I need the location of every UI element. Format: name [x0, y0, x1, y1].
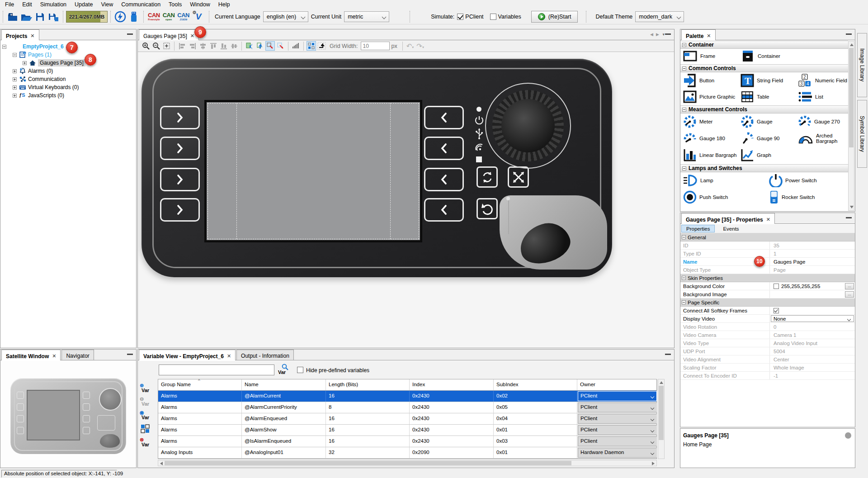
save-as-button[interactable]	[47, 11, 59, 23]
tab-scroll-left-icon[interactable]: ◀	[650, 32, 653, 37]
column-header-index[interactable]: Index	[410, 379, 494, 390]
resize-larger-button[interactable]	[276, 41, 285, 51]
redo-icon[interactable]: ↷▾	[416, 42, 424, 50]
align-middle-button[interactable]	[229, 41, 239, 51]
tab-gauges-page[interactable]: Gauges Page [35] ✕	[139, 29, 199, 40]
align-left-button[interactable]	[177, 41, 187, 51]
align-right-button[interactable]	[188, 41, 197, 51]
property-row-name[interactable]: NameGauges Page	[680, 258, 855, 266]
delete-variable-button[interactable]: ⊗Var	[140, 437, 155, 450]
remove-variable-button[interactable]: ⊖Var	[140, 396, 155, 410]
minimize-panel-button[interactable]	[127, 354, 133, 355]
property-row-background-image[interactable]: Background Image...	[680, 290, 855, 298]
palette-item-rocker-switch[interactable]: Rocker Switch	[769, 190, 848, 204]
language-select[interactable]: english (en)	[263, 11, 308, 22]
minimize-panel-button[interactable]	[665, 33, 671, 35]
variables-checkbox[interactable]	[490, 14, 496, 20]
palette-item-linear-bargraph[interactable]: Linear Bargraph	[683, 148, 741, 162]
tab-palette[interactable]: Palette ✕	[681, 29, 716, 40]
pclient-checkbox[interactable]	[457, 14, 463, 20]
add-variable-button[interactable]: ⊕Var	[140, 383, 155, 396]
expand-icon[interactable]	[13, 94, 17, 98]
minimize-panel-button[interactable]	[846, 33, 852, 35]
ellipsis-button[interactable]: ...	[845, 283, 854, 289]
menu-simulation[interactable]: Simulation	[36, 0, 71, 9]
variable-row-selected[interactable]: Alarms@AlarmCurrent160x24300x02 PClient	[158, 391, 656, 402]
palette-item-list[interactable]: List	[798, 90, 848, 103]
property-row-display-video[interactable]: Display VideoNone	[680, 315, 855, 323]
tab-projects[interactable]: Projects ✕	[1, 29, 39, 40]
grid-width-input[interactable]	[361, 42, 390, 50]
menu-help[interactable]: Help	[214, 0, 234, 9]
snap-to-grid-button[interactable]	[307, 41, 316, 51]
palette-section-lamps-switches[interactable]: Lamps and Switches	[680, 164, 848, 172]
align-top-button[interactable]	[208, 41, 218, 51]
expand-icon[interactable]	[13, 85, 17, 90]
scroll-up-icon[interactable]	[850, 43, 854, 46]
close-icon[interactable]: ✕	[190, 33, 194, 39]
collapse-icon[interactable]	[682, 235, 686, 239]
zoom-out-button[interactable]	[151, 41, 161, 51]
scroll-down-icon[interactable]	[850, 206, 854, 208]
minimize-panel-button[interactable]	[846, 217, 852, 218]
column-header-group-name[interactable]: Group Name^	[158, 379, 242, 390]
palette-section-common-controls[interactable]: Common Controls	[680, 64, 848, 72]
owner-select[interactable]: PClient	[578, 436, 657, 446]
owner-select[interactable]: PClient	[578, 425, 657, 435]
palette-item-frame[interactable]: Frame	[683, 50, 741, 62]
resize-smaller-button[interactable]	[265, 41, 275, 51]
tab-list-icon[interactable]: ▾	[662, 32, 665, 37]
menu-communication[interactable]: Communication	[117, 0, 165, 9]
palette-item-picture-graphic[interactable]: Picture Graphic	[683, 90, 741, 103]
tree-item-alarms[interactable]: ? Alarms (0)	[0, 67, 136, 75]
menu-file[interactable]: File	[1, 0, 18, 9]
design-canvas[interactable]	[138, 52, 674, 348]
variable-row[interactable]: Alarms@AlarmEnqueued160x24300x04 PClient	[158, 413, 656, 425]
tree-item-gauges-page[interactable]: Gauges Page [35]	[0, 59, 136, 67]
property-section-skin[interactable]: Skin Properties	[680, 274, 855, 282]
restart-button[interactable]: (Re)Start	[531, 11, 578, 23]
undo-icon[interactable]: ↶▾	[406, 42, 414, 50]
tab-navigator[interactable]: Navigator	[61, 350, 94, 360]
palette-item-gauge-270[interactable]: Gauge 270	[798, 115, 848, 128]
ellipsis-button[interactable]: ...	[845, 291, 854, 298]
palette-item-gauge[interactable]: Gauge	[741, 115, 798, 128]
palette-item-lamp[interactable]: Lamp	[683, 174, 769, 187]
variable-search-button[interactable]: Var	[277, 364, 292, 377]
palette-item-push-switch[interactable]: Push Switch	[683, 190, 769, 204]
close-icon[interactable]: ✕	[52, 353, 56, 359]
collapse-icon[interactable]	[2, 45, 6, 49]
variable-vscrollbar[interactable]	[658, 379, 665, 459]
pages-list-item-home-page[interactable]: Home Page	[683, 441, 852, 448]
zoom-in-button[interactable]	[141, 41, 151, 51]
collapse-icon[interactable]	[682, 43, 686, 47]
palette-item-string-field[interactable]: T String Field	[741, 74, 798, 87]
scroll-up-icon[interactable]	[660, 381, 663, 384]
tab-scroll-right-icon[interactable]: ▶	[656, 32, 659, 37]
property-row-background-color[interactable]: Background Color255,255,255,255...	[680, 282, 855, 290]
menu-tools[interactable]: Tools	[165, 0, 186, 9]
canopen-button[interactable]: CAN open	[163, 12, 175, 21]
variable-row[interactable]: Alarms@AlarmCurrentPriority80x24300x05 P…	[158, 402, 656, 413]
save-button[interactable]	[34, 11, 46, 23]
collapse-icon[interactable]	[682, 108, 686, 112]
column-header-owner[interactable]: Owner	[577, 379, 657, 390]
tree-item-virtual-keyboards[interactable]: Virtual Keyboards (0)	[0, 83, 136, 91]
owner-select[interactable]: PClient	[578, 414, 657, 424]
subtab-properties[interactable]: Properties	[681, 225, 715, 232]
edit-variable-button[interactable]: ◉Var	[140, 410, 155, 423]
open-project-button[interactable]	[20, 11, 32, 23]
close-icon[interactable]: ✕	[30, 33, 34, 39]
close-icon[interactable]: ✕	[766, 217, 770, 222]
unit-select[interactable]: metric	[344, 11, 389, 22]
color-checkbox[interactable]	[774, 284, 779, 289]
variable-hscrollbar[interactable]	[158, 460, 657, 466]
align-bottom-button[interactable]	[219, 41, 228, 51]
scrollbar-thumb[interactable]	[165, 461, 571, 465]
can-freestyle-button[interactable]: CAN Freestyle	[148, 12, 160, 21]
align-center-button[interactable]	[198, 41, 208, 51]
variable-table-button[interactable]	[140, 423, 155, 437]
scroll-right-icon[interactable]	[652, 462, 655, 465]
collapse-icon[interactable]	[682, 66, 686, 71]
property-section-page-specific[interactable]: Page Specific	[680, 298, 855, 307]
